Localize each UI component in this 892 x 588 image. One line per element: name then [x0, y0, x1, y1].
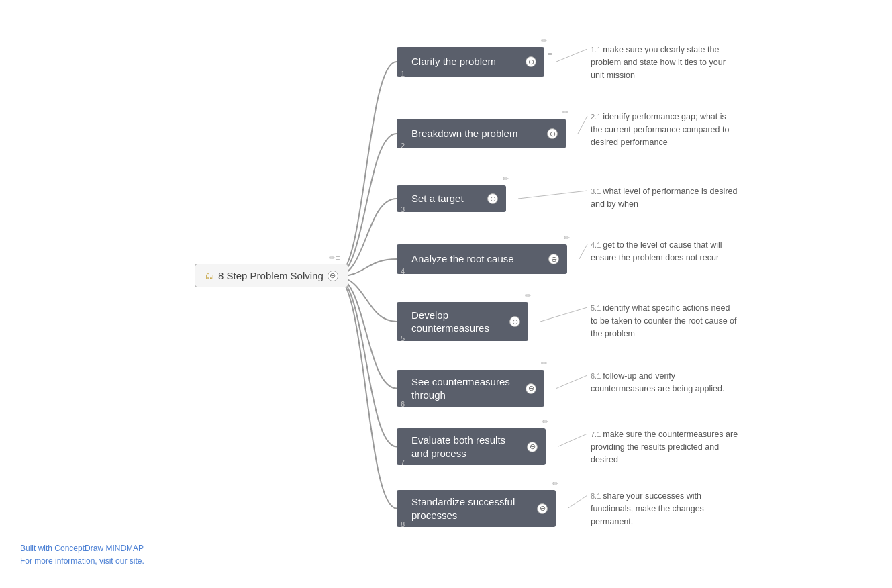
node-n3[interactable]: 3Set a target⊖ — [397, 185, 506, 212]
collapse-btn-n4[interactable]: ⊖ — [548, 254, 559, 264]
svg-line-6 — [558, 434, 587, 447]
node-label-n1: Clarify the problem — [411, 55, 496, 68]
edit-icon-n7[interactable]: ✏ — [542, 418, 548, 426]
collapse-btn-n7[interactable]: ⊖ — [527, 442, 538, 452]
note-n4: 4.1 get to the level of cause that will … — [591, 239, 738, 264]
node-label-n2: Breakdown the problem — [411, 127, 517, 140]
node-label-n7: Evaluate both results and process — [411, 434, 505, 460]
n1-edit-icon2[interactable]: ≡ — [548, 50, 552, 58]
svg-line-5 — [556, 375, 587, 389]
node-n8[interactable]: 8Standardize successful processes⊖ — [397, 490, 556, 527]
note-num-n7: 7.1 — [591, 430, 603, 438]
note-num-n1: 1.1 — [591, 46, 603, 54]
note-num-n5: 5.1 — [591, 304, 603, 312]
watermark[interactable]: Built with ConceptDraw MINDMAPFor more i… — [20, 542, 144, 568]
edit-icon-n4[interactable]: ✏ — [564, 234, 570, 242]
note-n6: 6.1 follow-up and verify countermeasures… — [591, 370, 738, 395]
collapse-btn-n3[interactable]: ⊖ — [487, 193, 498, 204]
node-label-n3: Set a target — [411, 192, 464, 205]
edit-icon-n5[interactable]: ✏ — [525, 291, 531, 300]
svg-line-1 — [578, 116, 587, 134]
svg-line-2 — [518, 191, 587, 199]
node-num-n8: 8 — [401, 520, 405, 528]
note-n5: 5.1 identify what specific actions need … — [591, 302, 738, 340]
svg-line-0 — [556, 49, 587, 62]
note-num-n8: 8.1 — [591, 492, 603, 500]
folder-icon: 🗂 — [205, 271, 214, 281]
edit-icon-n6[interactable]: ✏ — [541, 359, 547, 368]
node-label-n6: See countermeasures through — [411, 375, 510, 401]
collapse-btn-n8[interactable]: ⊖ — [537, 503, 548, 514]
node-label-n8: Standardize successful processes — [411, 495, 515, 522]
note-n3: 3.1 what level of performance is desired… — [591, 185, 738, 211]
node-num-n2: 2 — [401, 142, 405, 150]
center-node[interactable]: 🗂 8 Step Problem Solving ⊖ — [195, 264, 348, 287]
edit-icon-n3[interactable]: ✏ — [503, 175, 509, 183]
note-num-n2: 2.1 — [591, 113, 603, 121]
node-num-n7: 7 — [401, 458, 405, 467]
node-n5[interactable]: 5Develop countermeasures⊖ — [397, 302, 528, 341]
node-label-n5: Develop countermeasures — [411, 309, 489, 335]
note-num-n6: 6.1 — [591, 372, 603, 380]
note-n8: 8.1 share your successes with functional… — [591, 490, 738, 528]
node-num-n6: 6 — [401, 400, 405, 408]
center-node-label: 8 Step Problem Solving — [218, 270, 324, 281]
center-notes-icon[interactable]: ≡ — [336, 254, 340, 262]
collapse-btn-n5[interactable]: ⊖ — [509, 316, 520, 327]
node-num-n4: 4 — [401, 267, 405, 275]
note-num-n3: 3.1 — [591, 187, 603, 195]
note-n7: 7.1 make sure the countermeasures are pr… — [591, 428, 738, 466]
collapse-btn-n1[interactable]: ⊖ — [526, 56, 536, 67]
note-n2: 2.1 identify performance gap; what is th… — [591, 111, 738, 148]
svg-line-4 — [540, 307, 587, 322]
node-n6[interactable]: 6See countermeasures through⊖ — [397, 370, 544, 407]
node-n7[interactable]: 7Evaluate both results and process⊖ — [397, 428, 546, 465]
collapse-btn-n2[interactable]: ⊖ — [547, 128, 558, 139]
node-n1[interactable]: 1Clarify the problem⊖ — [397, 47, 544, 77]
node-label-n4: Analyze the root cause — [411, 252, 514, 266]
edit-icon-n8[interactable]: ✏ — [552, 479, 558, 488]
node-n2[interactable]: 2Breakdown the problem⊖ — [397, 119, 566, 148]
note-n1: 1.1 make sure you clearly state the prob… — [591, 44, 738, 81]
collapse-btn-n6[interactable]: ⊖ — [526, 383, 536, 394]
edit-icon-n2[interactable]: ✏ — [562, 108, 568, 117]
center-edit-icon[interactable]: ✏ — [329, 254, 335, 262]
watermark-line2: For more information, visit our site. — [20, 555, 144, 568]
note-num-n4: 4.1 — [591, 241, 603, 249]
svg-line-7 — [568, 495, 587, 509]
node-num-n5: 5 — [401, 334, 405, 342]
node-num-n1: 1 — [401, 70, 405, 78]
svg-line-3 — [579, 244, 587, 259]
center-collapse-btn[interactable]: ⊖ — [328, 271, 338, 281]
watermark-line1: Built with ConceptDraw MINDMAP — [20, 542, 144, 555]
edit-icon-n1[interactable]: ✏ — [541, 36, 547, 45]
node-num-n3: 3 — [401, 205, 405, 213]
node-n4[interactable]: 4Analyze the root cause⊖ — [397, 244, 567, 274]
